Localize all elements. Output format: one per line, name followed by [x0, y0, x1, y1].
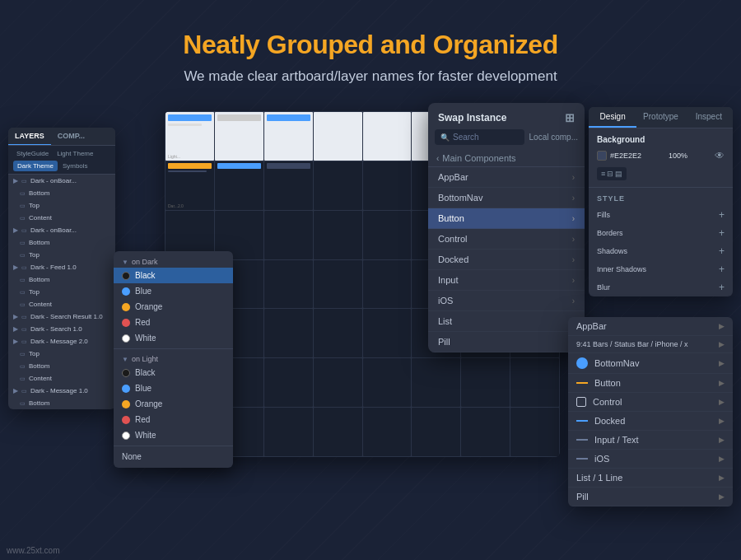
layer-item[interactable]: ▭ Content	[15, 298, 115, 310]
dropdown-item-white-dark[interactable]: White	[114, 330, 233, 346]
dropdown-item-none[interactable]: None	[114, 449, 233, 464]
tab-inspect[interactable]: Inspect	[685, 107, 733, 128]
borders-label: Borders	[597, 229, 623, 237]
shadows-add-button[interactable]: +	[719, 245, 725, 257]
comp-item-control[interactable]: Control ▶	[568, 393, 733, 412]
inner-shadows-add-button[interactable]: +	[719, 264, 725, 275]
bottomnav-icon	[576, 357, 588, 369]
borders-add-button[interactable]: +	[719, 227, 725, 239]
swap-item-docked[interactable]: Docked ›	[428, 250, 585, 270]
layer-item[interactable]: ▶ ▭ Dark - Message 1.0	[8, 385, 115, 397]
layer-item[interactable]: ▭ Top	[15, 286, 115, 298]
dropdown-item-black-light[interactable]: Black	[114, 365, 233, 380]
chevron-right-icon: ▶	[719, 417, 725, 425]
layer-item[interactable]: ▶ ▭ Dark - Feed 1.0	[8, 261, 115, 273]
dropdown-item-blue-dark[interactable]: Blue	[114, 283, 233, 299]
swap-item-control[interactable]: Control ›	[428, 229, 585, 250]
chevron-right-icon: ›	[572, 173, 575, 182]
layer-item[interactable]: ▭ Content	[15, 372, 115, 385]
swap-item-pill[interactable]: Pill ›	[428, 332, 585, 352]
align-icon3[interactable]: ▤	[615, 170, 622, 178]
comp-item-input[interactable]: Input / Text ▶	[568, 431, 733, 450]
control-icon-square	[576, 397, 586, 407]
layer-item[interactable]: ▶ ▭ Dark - Search Result 1.0	[8, 310, 115, 323]
color-swatch-white	[122, 334, 130, 343]
layer-item[interactable]: ▭ Top	[15, 199, 115, 212]
grid-icon[interactable]: ⊞	[565, 111, 575, 124]
layer-item[interactable]: ▭ Bottom	[15, 397, 115, 409]
tab-design[interactable]: Design	[589, 107, 636, 128]
swap-item-input[interactable]: Input ›	[428, 270, 585, 291]
color-swatch-blue-light	[122, 385, 130, 393]
dropdown-item-red-light[interactable]: Red	[114, 412, 233, 427]
layer-item[interactable]: ▶ ▭ Dark - onBoar...	[8, 224, 115, 236]
dropdown-item-white-light[interactable]: White	[114, 427, 233, 443]
swap-search-box[interactable]: 🔍 Search	[435, 129, 524, 145]
dropdown-item-blue-light[interactable]: Blue	[114, 380, 233, 396]
style-label: STYLE	[589, 191, 733, 206]
subtab-dark-theme[interactable]: Dark Theme	[13, 161, 58, 171]
comp-item-appbar[interactable]: AppBar ▶	[568, 317, 733, 336]
comp-item-ios[interactable]: iOS ▶	[568, 450, 733, 469]
swap-item-ios[interactable]: iOS ›	[428, 291, 585, 311]
bg-color-swatch[interactable]	[597, 151, 607, 161]
search-placeholder: Search	[453, 133, 479, 142]
tab-layers[interactable]: LAYERS	[8, 128, 51, 145]
design-panel: Design Prototype Inspect Background #E2E…	[589, 107, 733, 296]
page-wrapper: Neatly Grouped and Organized We made cle…	[0, 0, 741, 560]
dropdown-divider	[114, 348, 233, 349]
tab-components[interactable]: COMP...	[51, 128, 91, 145]
layer-item[interactable]: ▭ Top	[15, 249, 115, 261]
chevron-right-icon: ›	[572, 255, 575, 264]
fills-add-button[interactable]: +	[719, 209, 725, 221]
comp-item-list[interactable]: List / 1 Line ▶	[568, 469, 733, 488]
blur-label: Blur	[597, 283, 610, 292]
layer-item[interactable]: ▭ Bottom	[15, 236, 115, 249]
align-icon2[interactable]: ⊟	[607, 170, 613, 178]
chevron-right-icon: ▶	[719, 436, 725, 444]
subtab-light-theme[interactable]: Light Theme	[54, 148, 96, 159]
layer-item[interactable]: ▭ Content	[15, 212, 115, 224]
swap-item-button[interactable]: Button ›	[428, 208, 585, 229]
comp-item-pill[interactable]: Pill ▶	[568, 488, 733, 506]
dropdown-item-black-dark[interactable]: Black	[114, 268, 233, 283]
swap-item-list[interactable]: List ›	[428, 311, 585, 332]
dropdown-item-orange-light[interactable]: Orange	[114, 396, 233, 412]
dropdown-item-red-dark[interactable]: Red	[114, 315, 233, 330]
comp-item-docked[interactable]: Docked ▶	[568, 412, 733, 431]
layer-item[interactable]: ▶ ▭ Dark - Message 2.0	[8, 335, 115, 348]
color-controls-row: ≡ ⊟ ▤	[589, 164, 733, 184]
dropdown-section-light: ▼ on Light	[114, 352, 233, 365]
blur-add-button[interactable]: +	[719, 282, 725, 293]
page-subtitle: We made clear artboard/layer names for f…	[183, 68, 557, 85]
input-icon-line	[576, 439, 588, 441]
color-swatch-orange	[122, 303, 130, 311]
align-icon[interactable]: ≡	[601, 170, 605, 178]
comp-item-button[interactable]: Button ▶	[568, 374, 733, 393]
subtab-symbols[interactable]: Symbols	[59, 161, 91, 171]
dropdown-item-orange-dark[interactable]: Orange	[114, 299, 233, 315]
layer-item[interactable]: ▭ Bottom	[15, 273, 115, 286]
local-comp-label[interactable]: Local comp...	[529, 133, 578, 142]
comp-item-bottomnav[interactable]: BottomNav ▶	[568, 353, 733, 374]
swap-item-appbar[interactable]: AppBar ›	[428, 167, 585, 188]
layer-item[interactable]: ▭ Top	[15, 348, 115, 360]
inner-shadows-row: Inner Shadows +	[589, 260, 733, 278]
swap-back-row[interactable]: ‹ Main Components	[428, 150, 585, 167]
chevron-right-icon: ›	[572, 276, 575, 285]
chevron-right-icon: ›	[572, 194, 575, 203]
swap-item-bottomnav[interactable]: BottomNav ›	[428, 188, 585, 208]
layer-item[interactable]: ▶ ▭ Dark - Search 1.0	[8, 323, 115, 335]
dropdown-menu: ▼ on Dark Black Blue Orange Red White	[114, 251, 233, 468]
tab-prototype[interactable]: Prototype	[636, 107, 684, 128]
color-swatch-white-light	[122, 432, 130, 440]
ios-icon-line	[576, 458, 588, 460]
chevron-right-icon: ▶	[719, 474, 725, 482]
layer-item[interactable]: ▭ Bottom	[15, 187, 115, 199]
layer-item[interactable]: ▭ Bottom	[15, 360, 115, 372]
layer-item[interactable]: ▶ ▭ Dark - onBoar...	[8, 175, 115, 187]
color-swatch-black	[122, 272, 130, 280]
comp-item-statusbar[interactable]: 9:41 Bars / Status Bar / iPhone / x ▶	[568, 336, 733, 353]
visibility-icon[interactable]: 👁	[715, 150, 725, 161]
subtab-styleguide[interactable]: StyleGuide	[13, 148, 52, 159]
